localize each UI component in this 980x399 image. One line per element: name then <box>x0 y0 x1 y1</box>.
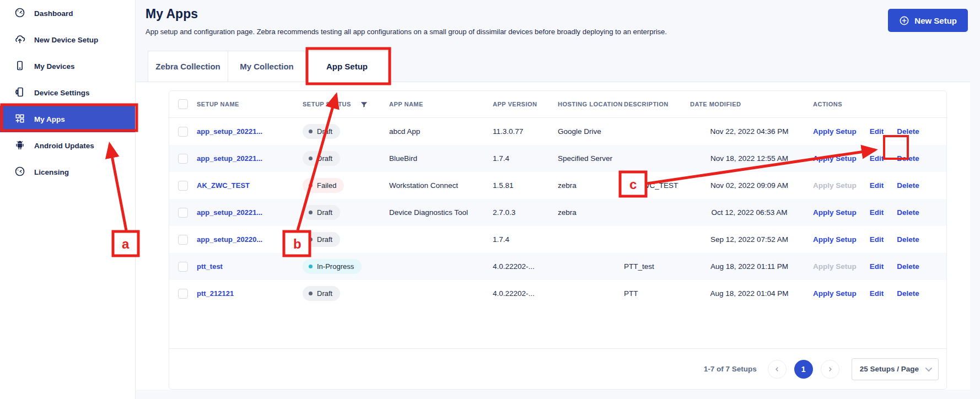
filter-icon[interactable] <box>360 100 368 109</box>
tab-app-setup[interactable]: App Setup <box>306 51 389 82</box>
delete-link[interactable]: Delete <box>897 208 919 217</box>
status-badge: Failed <box>303 178 344 193</box>
table-row: ptt_test In-Progress 4.0.22202-... PTT_t… <box>169 253 946 280</box>
row-checkbox[interactable] <box>178 127 188 137</box>
row-checkbox[interactable] <box>178 208 188 218</box>
date-modified-cell: Nov 22, 2022 04:36 PM <box>690 127 809 136</box>
tab-zebra-collection[interactable]: Zebra Collection <box>148 51 228 82</box>
cloud-upload-icon <box>14 34 25 46</box>
edit-link[interactable]: Edit <box>870 289 884 298</box>
app-version-cell: 1.7.4 <box>493 154 558 163</box>
sidebar-item-dashboard[interactable]: Dashboard <box>0 0 135 26</box>
setup-name-link[interactable]: app_setup_20221... <box>197 154 262 163</box>
apply-setup-link[interactable]: Apply Setup <box>813 262 857 271</box>
status-badge: Draft <box>303 286 340 301</box>
next-page-button[interactable] <box>821 360 839 379</box>
delete-link[interactable]: Delete <box>897 289 919 298</box>
hosting-location-cell: zebra <box>558 181 624 190</box>
apply-setup-link[interactable]: Apply Setup <box>813 181 857 190</box>
status-dot-icon <box>309 157 313 160</box>
sidebar-item-my-devices[interactable]: My Devices <box>0 53 135 79</box>
description-cell: PTT_test <box>624 262 690 271</box>
status-label: Draft <box>317 289 332 298</box>
edit-link[interactable]: Edit <box>870 208 884 217</box>
apply-setup-link[interactable]: Apply Setup <box>813 208 857 217</box>
chevron-right-icon <box>827 366 833 373</box>
apply-setup-link[interactable]: Apply Setup <box>813 127 857 136</box>
previous-page-button[interactable] <box>768 360 787 379</box>
select-all-checkbox[interactable] <box>178 99 188 109</box>
apps-grid-icon <box>14 113 25 126</box>
setup-name-link[interactable]: ptt_212121 <box>197 289 234 298</box>
setup-name-link[interactable]: AK_ZWC_TEST <box>197 181 250 190</box>
app-version-cell: 1.7.4 <box>493 235 558 244</box>
page-size-value: 25 Setups / Page <box>860 365 919 373</box>
delete-link[interactable]: Delete <box>897 181 919 190</box>
row-checkbox[interactable] <box>178 181 188 191</box>
edit-link[interactable]: Edit <box>870 235 884 244</box>
delete-link[interactable]: Delete <box>897 262 919 271</box>
column-header-label: SETUP STATUS <box>303 101 351 107</box>
hosting-location-cell: Google Drive <box>558 127 624 136</box>
status-badge: Draft <box>303 151 340 166</box>
sidebar-item-device-settings[interactable]: Device Settings <box>0 79 135 106</box>
app-version-cell: 1.5.81 <box>493 181 558 190</box>
status-dot-icon <box>309 184 313 187</box>
device-gear-icon <box>14 87 25 99</box>
setup-name-link[interactable]: ptt_test <box>197 262 223 271</box>
status-dot-icon <box>309 238 313 241</box>
chevron-down-icon <box>925 365 933 372</box>
table-row: AK_ZWC_TEST Failed Workstation Connect 1… <box>169 172 946 199</box>
sidebar-item-new-device-setup[interactable]: New Device Setup <box>0 26 135 53</box>
table-row: app_setup_20221... Draft abcd App 11.3.0… <box>169 118 946 145</box>
status-label: Draft <box>317 154 332 163</box>
date-modified-cell: Aug 18, 2022 01:11 PM <box>690 262 809 271</box>
edit-link[interactable]: Edit <box>870 154 884 163</box>
table-row: app_setup_20221... Draft BlueBird 1.7.4 … <box>169 145 946 172</box>
sidebar-item-label: Android Updates <box>34 142 94 150</box>
edit-link[interactable]: Edit <box>870 262 884 271</box>
table-empty-space <box>169 307 946 348</box>
sidebar-item-label: Device Settings <box>34 89 90 97</box>
edit-link[interactable]: Edit <box>870 181 884 190</box>
status-label: Draft <box>317 208 332 217</box>
sidebar-item-my-apps[interactable]: My Apps <box>0 106 135 132</box>
date-modified-cell: Nov 02, 2022 09:09 AM <box>690 181 809 190</box>
apply-setup-link[interactable]: Apply Setup <box>813 154 857 163</box>
description-cell: PTT <box>624 289 690 298</box>
table-row: app_setup_20221... Draft Device Diagnost… <box>169 199 946 226</box>
app-name-cell: Device Diagnostics Tool <box>389 208 493 217</box>
row-checkbox[interactable] <box>178 235 188 245</box>
status-badge: Draft <box>303 124 340 139</box>
sidebar-item-android-updates[interactable]: Android Updates <box>0 132 135 159</box>
delete-link[interactable]: Delete <box>897 154 919 163</box>
sidebar: Dashboard New Device Setup My Devices De… <box>0 0 136 399</box>
delete-link[interactable]: Delete <box>897 235 919 244</box>
license-gauge-icon <box>14 166 25 179</box>
status-badge: Draft <box>303 205 340 220</box>
new-setup-button[interactable]: New Setup <box>888 9 968 32</box>
pagination-summary: 1-7 of 7 Setups <box>704 365 757 373</box>
page-size-select[interactable]: 25 Setups / Page <box>852 358 939 380</box>
setup-name-link[interactable]: app_setup_20220... <box>197 235 262 244</box>
row-checkbox[interactable] <box>178 154 188 164</box>
setup-name-link[interactable]: app_setup_20221... <box>197 208 262 217</box>
table-row: ptt_212121 Draft 4.0.22202-... PTT Aug 1… <box>169 280 946 307</box>
date-modified-cell: Nov 18, 2022 12:55 AM <box>690 154 809 163</box>
tab-my-collection[interactable]: My Collection <box>228 51 306 82</box>
row-checkbox[interactable] <box>178 262 188 272</box>
apply-setup-link[interactable]: Apply Setup <box>813 235 857 244</box>
setup-name-link[interactable]: app_setup_20221... <box>197 127 262 136</box>
apply-setup-link[interactable]: Apply Setup <box>813 289 857 298</box>
delete-link[interactable]: Delete <box>897 127 919 136</box>
sidebar-item-label: New Device Setup <box>34 36 98 44</box>
page-number-button[interactable]: 1 <box>794 360 813 379</box>
app-version-cell: 2.7.0.3 <box>493 208 558 217</box>
chevron-left-icon <box>774 366 780 373</box>
row-checkbox[interactable] <box>178 289 188 299</box>
plus-circle-icon <box>899 15 909 26</box>
sidebar-item-licensing[interactable]: Licensing <box>0 159 135 185</box>
sidebar-item-label: Dashboard <box>34 9 73 18</box>
edit-link[interactable]: Edit <box>870 127 884 136</box>
android-icon <box>14 139 25 152</box>
